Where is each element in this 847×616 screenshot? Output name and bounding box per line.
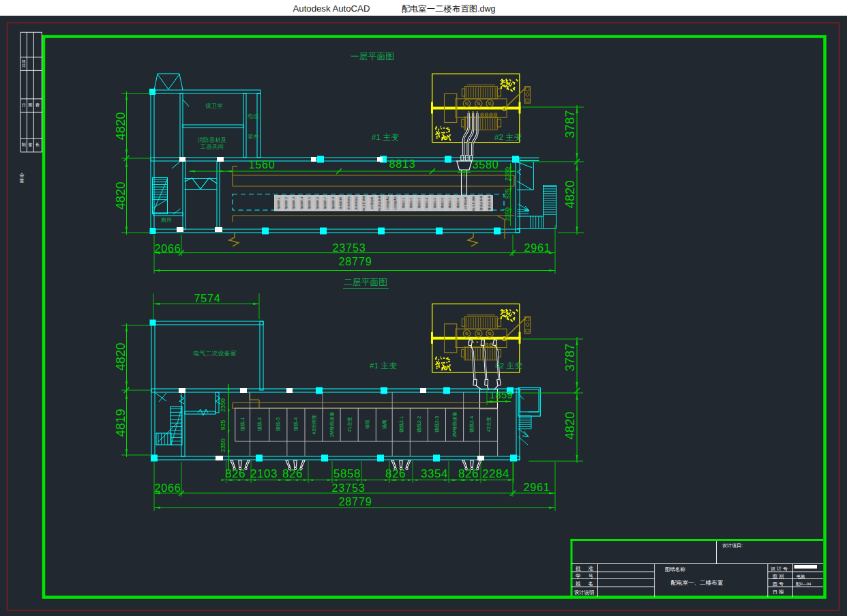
svg-text:2350: 2350 [220, 398, 226, 412]
svg-text:馈线柜-6: 馈线柜-6 [316, 197, 319, 210]
svg-text:2284: 2284 [482, 467, 509, 480]
svg-text:1560: 1560 [248, 158, 275, 171]
svg-text:馈线柜-3: 馈线柜-3 [292, 197, 295, 210]
svg-text:3354: 3354 [421, 467, 448, 480]
svg-text:馈线2-2: 馈线2-2 [409, 198, 413, 209]
svg-text:号: 号 [589, 573, 594, 579]
svg-text:4819: 4819 [113, 409, 128, 437]
svg-text:馈线-1: 馈线-1 [240, 417, 246, 432]
svg-text:馈线2-2: 馈线2-2 [417, 416, 422, 433]
svg-text:#2 主变: #2 主变 [495, 361, 522, 370]
svg-text:馈线柜-4: 馈线柜-4 [300, 197, 303, 210]
svg-text:#2 主变: #2 主变 [494, 132, 522, 142]
svg-text:925: 925 [220, 420, 226, 430]
svg-text:28779: 28779 [338, 255, 372, 267]
svg-text:会: 会 [20, 173, 25, 177]
svg-text:馈线2-4: 馈线2-4 [425, 198, 428, 209]
svg-text:2350: 2350 [504, 167, 511, 181]
svg-text:3787: 3787 [563, 343, 577, 371]
svg-text:设计说明: 设计说明 [574, 589, 594, 596]
svg-text:2066: 2066 [154, 482, 181, 494]
svg-text:4820: 4820 [113, 181, 128, 209]
svg-text:925: 925 [504, 188, 511, 199]
svg-text:4820: 4820 [563, 411, 577, 439]
svg-text:#2所用变: #2所用变 [312, 415, 317, 435]
svg-text:母联: 母联 [365, 420, 370, 429]
svg-text:二层平面图: 二层平面图 [344, 277, 387, 287]
svg-text:电缆设备柜: 电缆设备柜 [378, 195, 381, 211]
svg-text:日: 日 [22, 103, 26, 108]
svg-text:#1 主变: #1 主变 [370, 361, 397, 370]
svg-text:馈线柜-2: 馈线柜-2 [284, 197, 288, 210]
svg-text:4820: 4820 [563, 180, 577, 208]
svg-text:5858: 5858 [333, 467, 361, 480]
svg-text:图: 图 [28, 103, 32, 108]
svg-text:名: 名 [589, 581, 594, 587]
svg-text:长: 长 [35, 143, 40, 147]
svg-text:826: 826 [458, 467, 479, 480]
svg-text:馈线柜-7: 馈线柜-7 [323, 197, 327, 210]
svg-text:母线设备柜: 母线设备柜 [479, 195, 483, 211]
svg-text:签: 签 [28, 143, 32, 147]
svg-text:4820: 4820 [113, 342, 128, 370]
svg-text:井: 井 [254, 134, 259, 140]
svg-text:学: 学 [576, 573, 581, 579]
svg-text:2M母线设备: 2M母线设备 [452, 411, 458, 437]
svg-text:隔离: 隔离 [382, 420, 387, 429]
svg-text:馈线2-3: 馈线2-3 [417, 198, 421, 209]
svg-text:图纸名称: 图纸名称 [665, 566, 686, 572]
svg-text:消防器材及: 消防器材及 [197, 136, 227, 143]
svg-text:#1主变: #1主变 [346, 417, 353, 432]
svg-text:一层平面图: 一层平面图 [351, 51, 394, 61]
svg-text:7574: 7574 [194, 292, 220, 304]
svg-text:馈线2-7: 馈线2-7 [448, 198, 451, 209]
svg-text:8813: 8813 [389, 158, 415, 170]
svg-text:2961: 2961 [524, 241, 550, 254]
svg-text:所用变柜1: 所用变柜1 [347, 196, 351, 210]
svg-text:图 号: 图 号 [773, 581, 784, 587]
svg-text:缆: 缆 [254, 113, 259, 119]
svg-text:#2主变: #2主变 [486, 417, 492, 432]
svg-text:馈线-3: 馈线-3 [276, 417, 281, 432]
svg-text:2066: 2066 [154, 242, 181, 254]
svg-text:28779: 28779 [338, 495, 372, 508]
svg-text:#1进线柜: #1进线柜 [370, 196, 374, 209]
svg-text:馈线-2: 馈线-2 [257, 417, 263, 432]
svg-text:1M母线设备: 1M母线设备 [329, 411, 335, 437]
svg-text:电气二次设备室: 电气二次设备室 [194, 350, 237, 357]
svg-text:电压互感柜: 电压互感柜 [472, 195, 475, 211]
svg-text:电压互感柜: 电压互感柜 [363, 195, 366, 211]
svg-text:日: 日 [22, 63, 26, 68]
svg-text:馈线柜-1: 馈线柜-1 [277, 197, 280, 210]
svg-text:馈线2-1: 馈线2-1 [402, 198, 405, 209]
svg-text:馈线-4: 馈线-4 [293, 417, 299, 432]
svg-text:电: 电 [248, 113, 254, 119]
svg-text:厕所: 厕所 [161, 217, 172, 223]
svg-text:配电室一、二楼布置: 配电室一、二楼布置 [671, 579, 724, 586]
svg-text:设计项目:: 设计项目: [722, 543, 743, 548]
svg-text:准: 准 [589, 566, 594, 572]
svg-text:保卫室: 保卫室 [205, 102, 223, 109]
svg-text:2103: 2103 [250, 467, 278, 480]
svg-text:2350: 2350 [220, 439, 226, 452]
svg-text:馈线设备柜: 馈线设备柜 [488, 195, 491, 211]
svg-text:图 别: 图 别 [773, 574, 784, 579]
svg-text:2350: 2350 [504, 207, 511, 221]
svg-text:日 期: 日 期 [773, 589, 784, 595]
svg-text:制: 制 [22, 143, 26, 147]
svg-text:馈线2-4: 馈线2-4 [469, 416, 475, 433]
svg-text:馈线2-8: 馈线2-8 [456, 198, 460, 209]
svg-text:签: 签 [20, 178, 25, 183]
svg-text:馈线柜-5: 馈线柜-5 [308, 197, 311, 210]
svg-text:3787: 3787 [563, 110, 577, 138]
svg-text:826: 826 [225, 467, 246, 480]
svg-text:电施: 电施 [797, 574, 805, 578]
svg-text:826: 826 [282, 467, 303, 480]
svg-text:馈线柜-8: 馈线柜-8 [331, 197, 335, 210]
svg-text:826: 826 [385, 467, 406, 480]
svg-text:馈线2-6: 馈线2-6 [441, 198, 444, 209]
svg-text:所用变柜2: 所用变柜2 [355, 196, 358, 210]
svg-text:竖: 竖 [248, 134, 254, 140]
svg-text:设 计 号: 设 计 号 [771, 566, 788, 571]
svg-text:1859: 1859 [490, 390, 513, 400]
